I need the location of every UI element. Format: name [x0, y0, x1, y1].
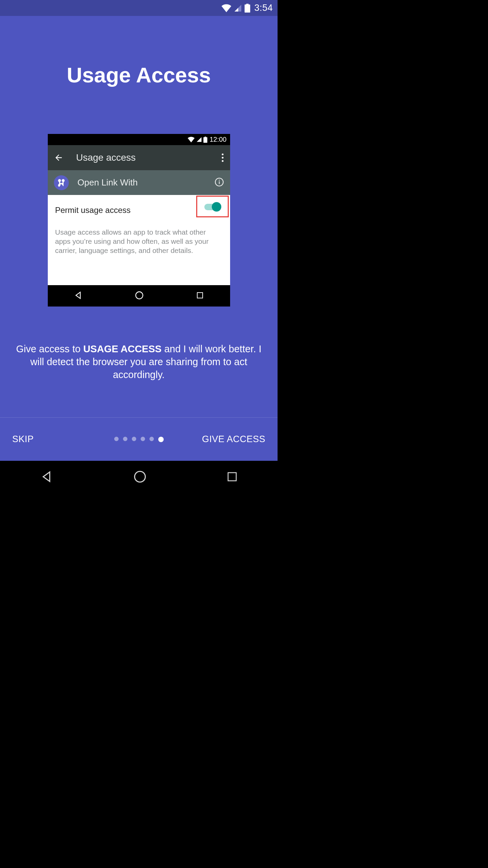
app-icon	[54, 175, 69, 190]
mock-toolbar-title: Usage access	[76, 152, 221, 163]
svg-point-1	[222, 157, 223, 158]
svg-point-2	[222, 160, 223, 162]
progress-dot	[149, 437, 154, 441]
nav-home-icon[interactable]	[133, 470, 147, 485]
svg-point-9	[136, 292, 143, 299]
desc-strong: USAGE ACCESS	[83, 343, 162, 354]
progress-dot	[123, 437, 127, 441]
mock-permit-description: Usage access allows an app to track what…	[48, 223, 230, 285]
svg-point-0	[222, 154, 223, 155]
desc-pre: Give access to	[16, 343, 83, 354]
page-title: Usage Access	[0, 63, 278, 87]
mock-status-clock: 12:00	[209, 136, 226, 143]
info-icon	[215, 177, 224, 188]
mock-permit-label: Permit usage access	[55, 205, 196, 215]
svg-rect-8	[219, 180, 219, 181]
wifi-icon	[221, 4, 231, 12]
mock-permit-row: Permit usage access	[48, 195, 230, 223]
mock-permit-toggle	[204, 204, 221, 210]
mock-app-name: Open Link With	[78, 177, 215, 188]
cell-signal-icon	[234, 4, 242, 12]
onboarding-page: Usage Access 12:00 Usage access	[0, 16, 278, 461]
svg-rect-7	[219, 181, 219, 184]
progress-dots	[80, 437, 198, 442]
nav-back-icon[interactable]	[40, 470, 54, 485]
onboarding-bottom-bar: SKIP GIVE ACCESS	[0, 418, 278, 461]
skip-button[interactable]: SKIP	[12, 434, 80, 445]
cell-signal-icon	[196, 137, 202, 142]
nav-back-icon	[74, 291, 83, 301]
give-access-button[interactable]: GIVE ACCESS	[198, 434, 265, 445]
mock-screenshot: 12:00 Usage access Open Link With Permit…	[48, 134, 230, 307]
svg-point-4	[62, 179, 64, 181]
nav-recent-icon[interactable]	[226, 471, 238, 484]
progress-dot	[114, 437, 119, 441]
mock-status-bar: 12:00	[48, 134, 230, 145]
battery-icon	[244, 4, 250, 13]
svg-point-5	[58, 184, 60, 186]
device-nav-bar	[0, 461, 278, 494]
nav-home-icon	[135, 291, 144, 301]
mock-permit-toggle-highlight	[196, 196, 229, 217]
wifi-icon	[187, 137, 195, 142]
svg-point-3	[58, 179, 60, 181]
status-clock: 3:54	[254, 3, 273, 13]
progress-dot	[132, 437, 136, 441]
back-arrow-icon	[54, 153, 63, 162]
mock-app-row: Open Link With	[48, 170, 230, 195]
progress-dot-active	[158, 437, 164, 442]
onboarding-description: Give access to USAGE ACCESS and I will w…	[0, 342, 278, 381]
svg-rect-10	[197, 293, 203, 298]
battery-icon	[203, 137, 207, 143]
nav-recent-icon	[196, 291, 204, 301]
mock-toolbar: Usage access	[48, 145, 230, 170]
more-vert-icon	[221, 153, 224, 162]
svg-rect-12	[228, 473, 236, 481]
svg-point-11	[135, 471, 145, 482]
progress-dot	[141, 437, 145, 441]
device-status-bar: 3:54	[0, 0, 278, 16]
mock-nav-bar	[48, 285, 230, 307]
